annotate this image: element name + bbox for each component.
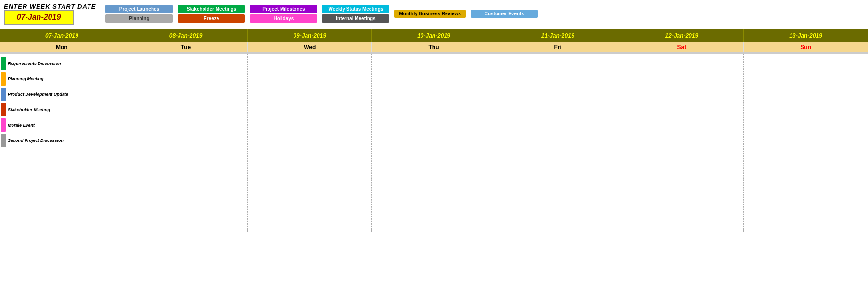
legend-group-4: Weekly Status Meetings Internal Meetings: [322, 5, 389, 23]
day-column-mon: Requirements Discussion Planning Meeting…: [0, 54, 124, 232]
enter-week-label: ENTER WEEK START DATE: [4, 3, 96, 10]
day-column-tue: [124, 54, 248, 232]
legend-holidays: Holidays: [250, 14, 317, 23]
legend-group-3: Project Milestones Holidays: [250, 5, 317, 23]
day-header-mon: Mon: [0, 42, 124, 52]
event-second-project: Second Project Discussion: [1, 134, 123, 147]
day-column-sun: [744, 54, 868, 232]
legend-customer-events: Customer Events: [471, 10, 538, 18]
date-input[interactable]: [4, 10, 74, 25]
event-color-bar: [1, 103, 6, 116]
event-planning-meeting: Planning Meeting: [1, 72, 123, 86]
legend-project-launches: Project Launches: [105, 5, 173, 13]
event-product-development: Product Development Update: [1, 88, 123, 101]
event-color-bar: [1, 88, 6, 101]
day-header-row: Mon Tue Wed Thu Fri Sat Sun: [0, 42, 868, 53]
event-color-bar: [1, 57, 6, 70]
day-header-sat: Sat: [620, 42, 744, 52]
date-header-row: 07-Jan-2019 08-Jan-2019 09-Jan-2019 10-J…: [0, 29, 868, 42]
legend-group-1: Project Launches Planning: [105, 5, 173, 23]
event-requirements-discussion: Requirements Discussion: [1, 57, 123, 70]
legend-stakeholder-meetings: Stakeholder Meetings: [178, 5, 245, 13]
event-label: Stakeholder Meeting: [8, 107, 50, 112]
legend-group-5: Monthly Business Reviews: [394, 10, 465, 18]
event-color-bar: [1, 134, 6, 147]
event-label: Planning Meeting: [8, 77, 44, 81]
legend-weekly-status: Weekly Status Meetings: [322, 5, 389, 13]
date-header-tue: 08-Jan-2019: [124, 29, 248, 42]
legend-project-milestones: Project Milestones: [250, 5, 317, 13]
day-column-fri: [496, 54, 620, 232]
day-column-wed: [248, 54, 372, 232]
day-column-thu: [372, 54, 496, 232]
legend-monthly-business: Monthly Business Reviews: [394, 10, 465, 18]
day-header-wed: Wed: [248, 42, 372, 52]
day-header-sun: Sun: [744, 42, 868, 52]
date-header-wed: 09-Jan-2019: [248, 29, 372, 42]
day-header-thu: Thu: [372, 42, 496, 52]
event-stakeholder-meeting: Stakeholder Meeting: [1, 103, 123, 116]
event-color-bar: [1, 72, 6, 86]
legend-group-6: Customer Events: [471, 10, 538, 18]
event-color-bar: [1, 118, 6, 132]
events-grid: Requirements Discussion Planning Meeting…: [0, 53, 868, 232]
date-header-fri: 11-Jan-2019: [496, 29, 620, 42]
calendar-section: 07-Jan-2019 08-Jan-2019 09-Jan-2019 10-J…: [0, 29, 868, 232]
title-block: ENTER WEEK START DATE: [4, 3, 96, 25]
day-header-fri: Fri: [496, 42, 620, 52]
event-label: Morale Event: [8, 123, 35, 128]
date-header-sun: 13-Jan-2019: [744, 29, 868, 42]
header-section: ENTER WEEK START DATE Project Launches P…: [0, 0, 868, 27]
legend-planning: Planning: [105, 14, 173, 23]
event-label: Requirements Discussion: [8, 61, 61, 66]
day-column-sat: [620, 54, 744, 232]
legend-group-2: Stakeholder Meetings Freeze: [178, 5, 245, 23]
date-header-thu: 10-Jan-2019: [372, 29, 496, 42]
event-label: Second Project Discussion: [8, 138, 64, 143]
day-header-tue: Tue: [124, 42, 248, 52]
event-morale-event: Morale Event: [1, 118, 123, 132]
date-header-mon: 07-Jan-2019: [0, 29, 124, 42]
legend-internal-meetings: Internal Meetings: [322, 14, 389, 23]
event-label: Product Development Update: [8, 92, 68, 97]
date-header-sat: 12-Jan-2019: [620, 29, 744, 42]
legend-freeze: Freeze: [178, 14, 245, 23]
